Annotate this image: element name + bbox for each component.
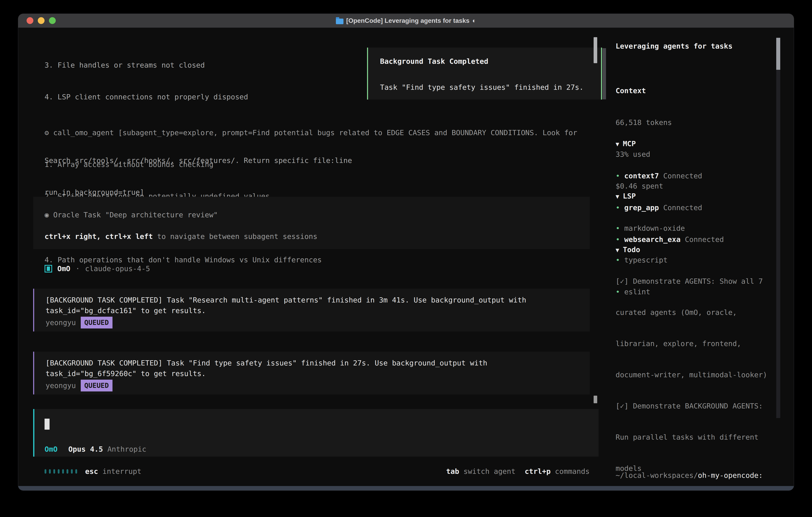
lsp-section-header[interactable]: ▼ LSP: [616, 191, 685, 202]
background-task-toast[interactable]: Background Task Completed Task "Find typ…: [367, 48, 602, 100]
commands-hint: ctrl+p commands: [525, 466, 590, 477]
tool-call-line: 1. Array access without bounds checking: [45, 159, 577, 170]
esc-action-label: interrupt: [103, 466, 142, 477]
mcp-heading: MCP: [623, 140, 636, 148]
todo-line-done: [✓] Demonstrate BACKGROUND AGENTS:: [616, 401, 776, 411]
window-title-group: [OpenCode] Leveraging agents for tasks ◐: [336, 17, 476, 24]
session-state-icon: ◐: [472, 17, 476, 24]
message-line: [BACKGROUND TASK COMPLETED] Task "Find t…: [46, 358, 487, 368]
sidebar: Leveraging agents for tasks Context 66,5…: [616, 28, 794, 491]
status-bar: esc interrupt tab switch agent ctrl+p co…: [45, 466, 590, 477]
activity-spinner-icon: [45, 469, 77, 473]
todo-section-header[interactable]: ▼ Todo: [616, 245, 776, 255]
folder-icon: [336, 19, 344, 24]
ctrl-p-key: ctrl+p: [525, 467, 551, 475]
text-cursor: [45, 419, 50, 430]
message-line: task_id="bg_6f59260c" to get results.: [46, 368, 206, 379]
oracle-task-hint: ctrl+x right, ctrl+x left to navigate be…: [45, 231, 317, 242]
terminal-window: [OpenCode] Leveraging agents for tasks ◐…: [18, 13, 794, 491]
chevron-down-icon: ▼: [616, 193, 623, 200]
traffic-lights: [27, 17, 56, 24]
context-heading: Context: [616, 85, 672, 96]
toast-title: Background Task Completed: [380, 56, 488, 66]
oracle-task-label: Oracle Task "Deep architecture review": [53, 211, 218, 219]
oracle-task-card[interactable]: ◉ Oracle Task "Deep architecture review"…: [33, 197, 590, 249]
esc-key-label: [98, 466, 103, 477]
todo-heading: Todo: [623, 245, 640, 254]
gear-icon: ⚙: [45, 129, 49, 137]
message-author: yeongyu: [46, 317, 76, 328]
todo-line-done: librarian, explore, frontend,: [616, 338, 776, 349]
status-badge: QUEUED: [81, 317, 113, 328]
window-title: [OpenCode] Leveraging agents for tasks: [346, 17, 469, 24]
input-provider: Anthropic: [107, 444, 146, 455]
shortcut-description: to navigate between subagent sessions: [153, 232, 318, 241]
zoom-button[interactable]: [49, 17, 56, 24]
message-line: task_id="bg_dcfac161" to get results.: [46, 305, 206, 316]
session-title: Leveraging agents for tasks: [616, 41, 732, 51]
titlebar: [OpenCode] Leveraging agents for tasks ◐: [18, 14, 794, 28]
background-task-message: [BACKGROUND TASK COMPLETED] Task "Find t…: [33, 352, 590, 394]
agent-name: OmO: [57, 263, 70, 274]
separator-dot: ·: [76, 263, 80, 274]
oracle-task-title: ◉ Oracle Task "Deep architecture review": [45, 210, 218, 220]
window-bottom-edge: [18, 486, 794, 490]
message-scrollbar-thumb[interactable]: [593, 396, 597, 403]
agent-header: OmO · claude-opus-4-5: [45, 263, 150, 274]
message-author: yeongyu: [46, 380, 76, 391]
tab-hint: tab switch agent: [446, 466, 516, 477]
close-button[interactable]: [27, 17, 33, 24]
scrollback-line: 4. LSP client connections not properly d…: [45, 91, 352, 102]
tool-call-text: call_omo_agent [subagent_type=explore, p…: [53, 129, 577, 137]
input-meta: OmO Opus 4.5 Anthropic: [45, 444, 146, 455]
todo-line-done: [✓] Demonstrate AGENTS: Show all 7: [616, 276, 776, 287]
background-task-message: [BACKGROUND TASK COMPLETED] Task "Resear…: [33, 289, 590, 331]
tab-action-label: switch agent: [464, 467, 516, 475]
minimize-button[interactable]: [38, 17, 45, 24]
tool-call-header: ⚙ call_omo_agent [subagent_type=explore,…: [45, 127, 577, 138]
scrollback-line: 3. File handles or streams not closed: [45, 60, 352, 71]
agent-icon: [45, 265, 52, 272]
sidebar-scrollbar-track[interactable]: [776, 70, 780, 418]
toast-scrollbar[interactable]: [602, 48, 606, 99]
shortcut-keys: ctrl+x right, ctrl+x left: [45, 232, 153, 241]
todo-line-done: Run parallel tasks with different: [616, 432, 776, 442]
sidebar-scrollbar-thumb[interactable]: [776, 38, 780, 70]
input-model: Opus 4.5: [68, 444, 103, 455]
main-scrollbar-thumb[interactable]: [593, 37, 597, 63]
prompt-input[interactable]: OmO Opus 4.5 Anthropic: [33, 409, 599, 457]
chevron-down-icon: ▼: [616, 140, 623, 147]
input-agent-name: OmO: [45, 444, 58, 455]
toast-body: Task "Find type safety issues" finished …: [380, 82, 584, 92]
record-icon: ◉: [45, 211, 49, 219]
lsp-heading: LSP: [623, 192, 636, 200]
commands-action-label: commands: [555, 467, 590, 475]
esc-key-hint: esc: [85, 466, 98, 477]
agent-model: claude-opus-4-5: [85, 263, 150, 274]
todo-line-done: curated agents (OmO, oracle,: [616, 307, 776, 318]
tab-key: tab: [446, 467, 459, 475]
message-line: [BACKGROUND TASK COMPLETED] Task "Resear…: [46, 295, 526, 305]
status-badge: QUEUED: [81, 380, 113, 391]
mcp-section-header[interactable]: ▼ MCP: [616, 138, 724, 149]
todo-line-done: document-writer, multimodal-looker): [616, 370, 776, 380]
chevron-down-icon: ▼: [616, 246, 623, 253]
